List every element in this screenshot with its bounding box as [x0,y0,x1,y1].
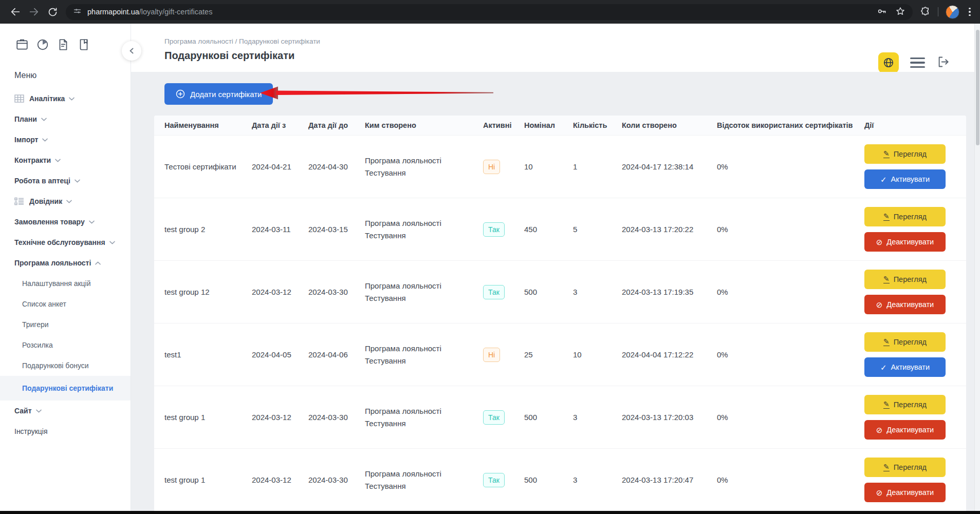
nominal-value: 500 [524,288,573,296]
toggle-button-label: Активувати [891,363,930,371]
sidebar-item-0[interactable]: Аналітика [0,88,131,109]
date-to: 2024-03-15 [308,225,365,234]
used-percent: 0% [717,413,864,422]
view-button[interactable]: ✎ Перегляд [864,395,946,414]
sidebar-item-14[interactable]: Подарункові сертифікати [0,376,131,401]
document-icon[interactable] [57,38,70,51]
back-icon[interactable] [6,3,25,21]
active-badge: Ні [483,160,500,174]
sidebar-item-4[interactable]: Робота в аптеці [0,170,131,191]
created-at: 2024-03-13 17:20:03 [622,413,717,422]
date-to: 2024-03-30 [308,288,365,296]
view-button[interactable]: ✎ Перегляд [864,458,946,477]
deactivate-button[interactable]: ⊘ Деактивувати [864,483,946,502]
reload-icon[interactable] [43,3,62,21]
book-icon[interactable] [77,38,90,51]
cert-name: test group 2 [164,225,252,234]
row-actions: ✎ Перегляд ✓ Активувати [864,332,966,377]
sidebar-item-13[interactable]: Подарункові бонуси [0,355,131,376]
date-from: 2024-03-11 [252,225,308,234]
extensions-icon[interactable] [920,6,931,18]
created-at: 2024-03-13 17:19:35 [622,288,717,296]
row-actions: ✎ Перегляд ⊘ Деактивувати [864,458,966,502]
created-by-line2: Тестування [365,480,483,492]
pencil-icon: ✎ [883,401,890,409]
deactivate-button[interactable]: ⊘ Деактивувати [864,232,946,252]
chevron-up-icon [95,261,101,265]
nominal-value: 25 [524,350,573,359]
sidebar-item-label: Подарункові сертифікати [22,384,113,392]
date-to: 2024-03-30 [308,413,365,422]
sidebar-item-16[interactable]: Інструкція [0,421,131,442]
chevron-down-icon [41,118,47,121]
main-area: Програма лояльності / Подарункові сертиф… [131,24,980,511]
language-globe-button[interactable] [878,52,899,73]
add-certificates-button[interactable]: Додати сертифікати [164,83,273,105]
toggle-icon: ⊘ [876,426,883,434]
forward-icon[interactable] [25,3,43,21]
sidebar-item-3[interactable]: Контракти [0,150,131,170]
created-by-line1: Програма лояльності [365,342,483,354]
view-button[interactable]: ✎ Перегляд [864,270,946,289]
password-key-icon[interactable] [877,6,887,18]
sidebar-item-2[interactable]: Імпорт [0,129,131,150]
chevron-down-icon [55,159,61,162]
bookmark-star-icon[interactable] [895,6,905,18]
cert-name: test1 [164,350,252,359]
deactivate-button[interactable]: ⊘ Деактивувати [864,295,946,314]
logout-icon[interactable] [936,55,950,71]
sidebar-item-10[interactable]: Список анкет [0,294,131,314]
sidebar-item-label: Робота в аптеці [14,177,70,185]
archive-box-icon[interactable] [15,38,29,51]
nominal-value: 450 [524,225,573,234]
view-button[interactable]: ✎ Перегляд [864,332,946,352]
quantity-value: 3 [573,475,622,484]
chevron-down-icon [36,409,42,413]
sidebar-item-5[interactable]: Довідник [0,191,131,212]
deactivate-button[interactable]: ⊘ Деактивувати [864,420,946,440]
toggle-icon: ✓ [880,364,887,371]
view-button-label: Перегляд [894,213,927,221]
browser-menu-icon[interactable] [967,6,973,18]
bottom-edge [0,511,980,514]
created-by-line2: Тестування [365,230,483,241]
sidebar-item-label: Тригери [22,320,49,329]
content-area: Додати сертифікати Найменування [131,72,980,511]
scrollbar-thumb[interactable] [976,30,979,145]
nominal-value: 500 [524,413,573,422]
col-header: Дії [864,121,966,129]
view-button[interactable]: ✎ Перегляд [864,207,946,226]
sidebar-item-9[interactable]: Налаштування акцій [0,273,131,294]
sidebar-item-12[interactable]: Розсилка [0,335,131,355]
sidebar-item-8[interactable]: Програма лояльності [0,253,131,273]
cert-name: test group 12 [164,288,252,296]
sidebar-item-15[interactable]: Сайт [0,401,131,421]
col-header: Найменування [164,121,252,129]
activate-button[interactable]: ✓ Активувати [864,169,946,189]
table-row: Тестові сертифікати 2024-04-21 2024-04-3… [154,135,966,198]
sidebar-item-label: Імпорт [14,136,38,144]
address-bar[interactable]: pharmapoint.ua/loyalty/gift-certificates [66,4,913,20]
used-percent: 0% [717,225,864,234]
page-scrollbar[interactable] [974,24,980,511]
date-to: 2024-04-30 [308,162,365,171]
view-button[interactable]: ✎ Перегляд [864,144,946,164]
profile-avatar[interactable] [946,5,959,19]
sidebar-item-7[interactable]: Технічне обслуговування [0,232,131,253]
activate-button[interactable]: ✓ Активувати [864,357,946,377]
created-by: Програма лояльності Тестування [365,342,483,367]
col-header: Кількість [573,121,622,129]
toolbar-separator [938,7,938,16]
date-from: 2024-04-05 [252,350,308,359]
sidebar-collapse-button[interactable] [122,41,141,61]
pencil-icon: ✎ [883,275,890,283]
toggle-icon: ⊘ [876,238,883,246]
sidebar-item-1[interactable]: Плани [0,109,131,129]
site-settings-icon[interactable] [73,7,82,17]
sidebar-item-11[interactable]: Тригери [0,314,131,335]
hamburger-menu-icon[interactable] [910,58,925,68]
sidebar-item-6[interactable]: Замовлення товару [0,212,131,232]
pie-chart-icon[interactable] [36,38,49,51]
sidebar-menu: Аналітика Плани Імпорт Контракти Робота … [0,88,131,442]
cert-name: test group 1 [164,413,252,422]
